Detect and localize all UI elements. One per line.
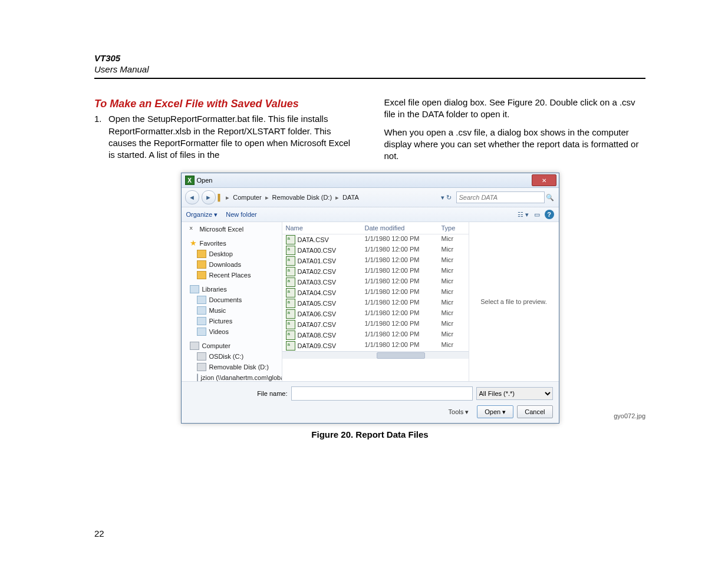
refresh-icon[interactable]: ↻ [444,194,454,201]
csv-icon [286,309,295,319]
file-row[interactable]: DATA03.CSV1/1/1980 12:00 PMMicr [282,277,469,287]
folder-icon [197,306,206,315]
nav-favorites[interactable]: Favorites [200,240,226,247]
drive-icon [197,363,206,371]
filename-label: File name: [187,390,288,397]
figure-caption: Figure 20. Report Data Files [94,429,645,439]
nav-excel[interactable]: Microsoft Excel [200,226,244,233]
file-row[interactable]: DATA02.CSV1/1/1980 12:00 PMMicr [282,266,469,277]
dialog-titlebar[interactable]: X Open ✕ [182,173,559,188]
file-row[interactable]: DATA09.CSV1/1/1980 12:00 PMMicr [282,340,469,351]
search-input[interactable] [456,191,545,203]
doc-manual: Users Manual [94,64,645,74]
col-type[interactable]: Type [442,224,465,232]
folder-icon [197,296,206,304]
dialog-title: Open [197,177,213,184]
image-code: gyo072.jpg [614,412,645,419]
file-row[interactable]: DATA07.CSV1/1/1980 12:00 PMMicr [282,319,469,330]
filename-input[interactable] [291,386,473,401]
file-row[interactable]: DATA04.CSV1/1/1980 12:00 PMMicr [282,287,469,298]
excel-icon: X [185,176,195,185]
file-row[interactable]: DATA00.CSV1/1/1980 12:00 PMMicr [282,245,469,256]
search-icon[interactable]: 🔍 [545,194,555,201]
page-number: 22 [94,528,104,538]
csv-icon [286,320,295,329]
header-rule [94,78,645,79]
nav-recent[interactable]: Recent Places [209,272,251,279]
csv-icon [286,299,295,308]
tools-button[interactable]: Tools ▾ [449,408,469,416]
file-row[interactable]: DATA.CSV1/1/1980 12:00 PMMicr [282,234,469,245]
csv-icon [286,246,295,255]
nav-downloads[interactable]: Downloads [209,261,241,268]
csv-icon [286,341,295,351]
nav-pane[interactable]: XMicrosoft Excel ★Favorites Desktop Down… [182,222,282,381]
folder-icon [197,271,206,279]
section-title: To Make an Excel File with Saved Values [94,97,356,111]
nav-osdisk[interactable]: OSDisk (C:) [209,353,244,360]
doc-product: VT305 [94,53,645,63]
network-drive-icon [197,373,198,381]
nav-removable[interactable]: Removable Disk (D:) [209,363,269,371]
nav-desktop[interactable]: Desktop [209,250,233,257]
open-button[interactable]: Open ▾ [477,405,513,418]
filetype-select[interactable]: All Files (*.*) [476,387,553,400]
nav-videos[interactable]: Videos [209,328,229,335]
csv-icon [286,277,295,287]
open-dialog: X Open ✕ ◄ ► ▌ ▸ Computer ▸ Removable Di… [181,173,559,424]
folder-icon [197,317,206,325]
cancel-button[interactable]: Cancel [517,405,552,418]
file-row[interactable]: DATA08.CSV1/1/1980 12:00 PMMicr [282,330,469,340]
nav-documents[interactable]: Documents [209,296,242,303]
view-button[interactable]: ☷ ▾ [518,211,529,219]
drive-icon [197,352,206,361]
file-row[interactable]: DATA06.CSV1/1/1980 12:00 PMMicr [282,309,469,319]
preview-pane: Select a file to preview. [469,222,559,381]
file-row[interactable]: DATA05.CSV1/1/1980 12:00 PMMicr [282,298,469,309]
libraries-icon [190,285,199,293]
horizontal-scrollbar[interactable] [282,351,469,359]
right-p1: Excel file open dialog box. See Figure 2… [384,97,646,121]
folder-icon [197,260,206,269]
forward-button[interactable]: ► [202,190,216,204]
close-icon[interactable]: ✕ [532,174,556,186]
nav-libraries[interactable]: Libraries [202,286,227,293]
col-date[interactable]: Date modified [365,224,442,232]
csv-icon [286,235,295,244]
col-name[interactable]: Name [286,224,365,232]
nav-computer[interactable]: Computer [202,342,230,349]
nav-jzion[interactable]: jzion (\\danahertm.com\global\names [201,374,282,381]
nav-music[interactable]: Music [209,307,226,314]
folder-icon [197,250,206,258]
right-p2: When you open a .csv file, a dialog box … [384,127,646,163]
file-row[interactable]: DATA01.CSV1/1/1980 12:00 PMMicr [282,256,469,266]
nav-pictures[interactable]: Pictures [209,318,233,325]
folder-icon [197,328,206,336]
csv-icon [286,330,295,340]
excel-icon: X [190,226,197,233]
csv-icon [286,267,295,276]
crumb-2[interactable]: DATA [342,194,359,201]
new-folder-button[interactable]: New folder [226,211,257,218]
csv-icon [286,288,295,297]
step-text: Open the SetupReportFormatter.bat file. … [108,113,356,161]
preview-toggle[interactable]: ▭ [534,211,540,219]
step-number: 1. [94,113,108,161]
back-button[interactable]: ◄ [185,190,199,204]
crumb-1[interactable]: Removable Disk (D:) [272,194,332,201]
csv-icon [286,256,295,266]
computer-icon [190,342,199,350]
crumb-0[interactable]: Computer [233,194,261,201]
star-icon: ★ [190,239,197,247]
help-icon[interactable]: ? [545,210,554,219]
organize-button[interactable]: Organize ▾ [186,211,218,219]
